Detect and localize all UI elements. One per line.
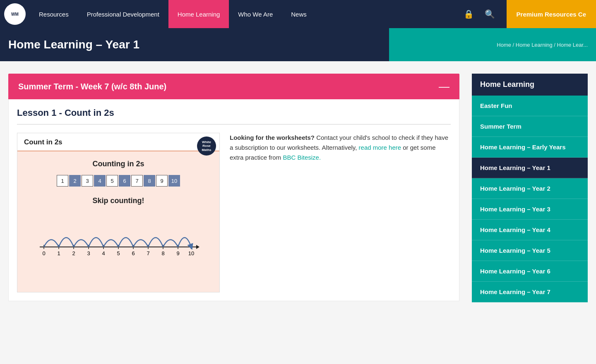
accordion-collapse-icon[interactable]: —: [439, 81, 449, 92]
num-3: 3: [82, 175, 93, 187]
search-icon-button[interactable]: 🔍: [481, 6, 498, 22]
num-9: 9: [156, 175, 168, 187]
svg-text:9: 9: [176, 250, 179, 256]
nav-item-prodev[interactable]: Professional Development: [78, 0, 168, 28]
num-1: 1: [57, 175, 68, 187]
num-8: 8: [144, 175, 155, 187]
premium-resources-button[interactable]: Premium Resources Ce: [507, 0, 596, 28]
main-layout: Summer Term - Week 7 (w/c 8th June) — Le…: [0, 61, 596, 315]
sidebar-item-year-5[interactable]: Home Learning – Year 5: [472, 240, 588, 261]
worksheet-description: Looking for the worksheets? Contact your…: [230, 133, 451, 163]
sidebar-item-year-6[interactable]: Home Learning – Year 6: [472, 261, 588, 282]
counting-in-2s-label: Counting in 2s: [93, 160, 144, 168]
accordion-body: Lesson 1 - Count in 2s Count in 2s White…: [8, 99, 459, 301]
sidebar-header: Home Learning: [472, 74, 588, 96]
num-7: 7: [131, 175, 143, 187]
skip-counting-diagram: 0 1 2 3 4 5 6: [36, 212, 201, 261]
nav-logo[interactable]: WM: [4, 3, 26, 25]
breadcrumb: Home / Home Learning / Home Lear...: [497, 42, 588, 48]
hero-section: Home Learning – Year 1 Home / Home Learn…: [0, 28, 596, 61]
accordion-header[interactable]: Summer Term - Week 7 (w/c 8th June) —: [8, 74, 459, 99]
num-2: 2: [69, 175, 81, 187]
bbc-bitesize-link[interactable]: BBC Bitesize.: [283, 154, 321, 161]
num-5: 5: [106, 175, 118, 187]
num-6: 6: [119, 175, 130, 187]
accordion-title: Summer Term - Week 7 (w/c 8th June): [18, 82, 166, 91]
svg-text:3: 3: [87, 250, 90, 256]
read-more-link[interactable]: read more here: [359, 144, 401, 151]
svg-text:8: 8: [161, 250, 164, 256]
svg-text:1: 1: [57, 250, 60, 256]
counting-card-title: Count in 2s: [24, 138, 62, 146]
sidebar-item-summer-term[interactable]: Summer Term: [472, 116, 588, 137]
svg-text:10: 10: [188, 250, 194, 256]
sidebar-item-early-years[interactable]: Home Learning – Early Years: [472, 137, 588, 158]
counting-card-header: Count in 2s: [17, 133, 219, 151]
counting-card-body: Counting in 2s 1 2 3 4 5 6 7 8 9: [17, 151, 219, 292]
sidebar-item-year-4[interactable]: Home Learning – Year 4: [472, 220, 588, 240]
svg-text:5: 5: [117, 250, 120, 256]
svg-text:7: 7: [147, 250, 149, 256]
number-boxes: 1 2 3 4 5 6 7 8 9 10: [57, 175, 180, 187]
hero-teal-section: Home / Home Learning / Home Lear...: [389, 28, 596, 61]
nav-item-whoweare[interactable]: Who We Are: [229, 0, 282, 28]
sidebar-item-easter-fun[interactable]: Easter Fun: [472, 96, 588, 116]
page-title: Home Learning – Year 1: [0, 38, 139, 51]
sidebar-item-year-7[interactable]: Home Learning – Year 7: [472, 282, 588, 302]
counting-card: Count in 2s WhiteRoseMaths Counting in 2…: [17, 133, 220, 292]
sidebar-item-year-3[interactable]: Home Learning – Year 3: [472, 199, 588, 220]
content-area: Summer Term - Week 7 (w/c 8th June) — Le…: [8, 74, 472, 302]
num-10: 10: [168, 175, 180, 187]
skip-counting-label: Skip counting!: [93, 196, 144, 205]
lesson-title: Lesson 1 - Count in 2s: [17, 108, 451, 118]
wm-badge: WhiteRoseMaths: [197, 136, 216, 156]
svg-text:4: 4: [102, 250, 105, 256]
nav-item-homelearning[interactable]: Home Learning: [168, 0, 229, 28]
inbox-icon-button[interactable]: 🔒: [460, 6, 477, 22]
nav-bar: WM Resources Professional Development Ho…: [0, 0, 596, 28]
nav-icons: 🔒 🔍: [452, 6, 507, 22]
svg-text:0: 0: [42, 250, 45, 256]
lesson-content: Count in 2s WhiteRoseMaths Counting in 2…: [17, 133, 451, 292]
lesson-divider: [17, 124, 451, 125]
sidebar-item-year-1[interactable]: Home Learning – Year 1: [472, 158, 588, 178]
svg-text:6: 6: [132, 250, 135, 256]
worksheet-bold-text: Looking for the worksheets?: [230, 134, 315, 141]
nav-item-news[interactable]: News: [282, 0, 316, 28]
nav-item-resources[interactable]: Resources: [30, 0, 78, 28]
num-4: 4: [94, 175, 106, 187]
nav-items: Resources Professional Development Home …: [30, 0, 452, 28]
svg-marker-1: [196, 245, 199, 249]
sidebar: Home Learning Easter Fun Summer Term Hom…: [472, 74, 588, 302]
sidebar-item-year-2[interactable]: Home Learning – Year 2: [472, 178, 588, 199]
svg-text:2: 2: [72, 250, 75, 256]
